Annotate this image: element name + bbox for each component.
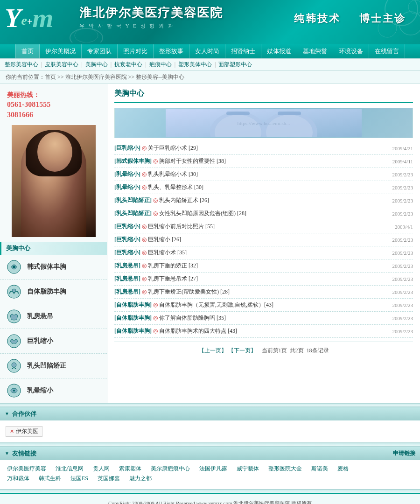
sidebar-menu-item-3[interactable]: 乳房悬吊 xyxy=(0,304,107,329)
header-taglines: 纯韩技术 博士主诊 xyxy=(294,12,406,26)
article-title-3[interactable]: 乳头、乳晕整形术 [30] xyxy=(148,183,387,191)
menu-icon-3 xyxy=(5,307,23,326)
nav-item-stories[interactable]: 整形故事 xyxy=(154,44,189,58)
menu-icon-2 xyxy=(5,282,23,301)
friend-link-6[interactable]: 法国伊凡露 xyxy=(199,465,227,473)
nav-item-experts[interactable]: 专家团队 xyxy=(82,44,118,58)
nav-item-equipment[interactable]: 环境设备 xyxy=(333,44,369,58)
nav-item-message[interactable]: 在线留言 xyxy=(369,44,405,58)
pagination: 【上一页】 【下一页】 当前第1页 共2页 18条记录 xyxy=(114,342,413,359)
article-title-14[interactable]: 自体脂肪丰胸术的四大特点 [43] xyxy=(159,327,387,335)
article-item-13: [自体脂肪丰胸] ◎ 你了解自体脂肪隆胸吗 [35] 2009/2/23 xyxy=(114,312,413,325)
nav-item-overview[interactable]: 伊尔美概况 xyxy=(40,44,82,58)
breadcrumb: 你的当前位置：首页 >> 淮北伊尔美医疗美容医院 >> 整形美容--美胸中心 xyxy=(0,71,420,84)
sidebar-menu-item-2[interactable]: 自体脂肪丰胸 xyxy=(0,280,107,304)
friend-link-12[interactable]: 韩式生科 xyxy=(39,475,61,483)
menu-icon-5 xyxy=(5,357,23,375)
main-layout: 美丽热线： 0561-3081555 3081666 美胸中心 xyxy=(0,84,420,403)
sidebar-menu-item-1[interactable]: 韩式假体丰胸 xyxy=(0,255,107,280)
sub-nav: 整形美容中心 | 皮肤美容中心 | 美胸中心 | 抗衰老中心 | 疤痕中心 | … xyxy=(0,58,420,71)
article-item-10: [乳房悬吊] ◎ 乳房下垂悬吊术 [27] 2009/2/23 xyxy=(114,273,413,286)
main-nav: 首页 伊尔美概况 专家团队 照片对比 整形故事 女人时尚 招贤纳士 媒体报道 基… xyxy=(0,44,420,58)
friend-link-10[interactable]: 麦格 xyxy=(337,465,349,473)
hotline: 美丽热线： 0561-3081555 3081666 xyxy=(0,84,107,123)
partners-section: 合作伙伴 ✕ 伊尔美医 xyxy=(0,407,420,443)
sidebar-person-image xyxy=(12,125,96,237)
sidebar-section-title: 美胸中心 xyxy=(0,242,107,255)
article-title-4[interactable]: 乳头内陷矫正术 [26] xyxy=(159,196,387,204)
subnav-item-1[interactable]: 整形美容中心 xyxy=(5,61,38,69)
subnav-item-5[interactable]: 疤痕中心 xyxy=(149,61,172,69)
footer: CopyRight 2008-2009 All Right Reserved w… xyxy=(0,493,420,504)
friend-link-8[interactable]: 整形医院大全 xyxy=(268,465,302,473)
svg-point-6 xyxy=(13,266,15,268)
article-item-4: [乳头凹陷矫正] ◎ 乳头内陷矫正术 [26] 2009/2/23 xyxy=(114,194,413,207)
svg-point-5 xyxy=(75,28,98,42)
friend-link-13[interactable]: 法国ES xyxy=(70,475,88,483)
article-item-11: [乳房悬吊] ◎ 乳房下垂矫正(帮助爱美女性) [28] 2009/2/23 xyxy=(114,286,413,299)
svg-point-10 xyxy=(13,390,15,392)
nav-item-fashion[interactable]: 女人时尚 xyxy=(189,44,225,58)
sidebar-menu-item-4[interactable]: 巨乳缩小 xyxy=(0,329,107,354)
article-title-12[interactable]: 自体脂肪丰胸（无损害,无刺激,自然,柔软）[43] xyxy=(159,301,387,309)
article-item-12: [自体脂肪丰胸] ◎ 自体脂肪丰胸（无损害,无刺激,自然,柔软）[43] 200… xyxy=(114,299,413,312)
friend-links-body: 伊尔美医疗美容 淮北信息网 贵人网 索康塑体 美尔康疤痕中心 法国伊凡露 威宁裁… xyxy=(0,460,420,489)
article-title-11[interactable]: 乳房下垂矫正(帮助爱美女性) [28] xyxy=(148,288,387,296)
article-title-1[interactable]: 胸部对于女性的重要性 [38] xyxy=(159,157,388,165)
banner-svg xyxy=(166,109,362,137)
friend-link-4[interactable]: 索康塑体 xyxy=(119,465,141,473)
friend-link-11[interactable]: 万和裁体 xyxy=(7,475,29,483)
article-item-2: [乳晕缩小] ◎ 乳头乳晕缩小术 [30] 2009/2/23 xyxy=(114,168,413,181)
subnav-item-2[interactable]: 皮肤美容中心 xyxy=(45,61,78,69)
next-page[interactable]: 【下一页】 xyxy=(228,347,256,354)
article-title-8[interactable]: 巨乳缩小术 [35] xyxy=(148,249,387,257)
subnav-item-4[interactable]: 抗衰老中心 xyxy=(114,61,142,69)
article-title-6[interactable]: 巨乳缩小前后对比照片 [55] xyxy=(148,223,390,231)
article-item-7: [巨乳缩小] ◎ 巨乳缩小 [26] 2009/2/23 xyxy=(114,233,413,246)
article-item-6: [巨乳缩小] ◎ 巨乳缩小前后对比照片 [55] 2009/4/1 xyxy=(114,220,413,233)
nav-item-photos[interactable]: 照片对比 xyxy=(118,44,154,58)
friend-link-9[interactable]: 斯诺美 xyxy=(311,465,328,473)
article-title-0[interactable]: 关于巨乳缩小术 [29] xyxy=(148,144,387,152)
menu-icon-6 xyxy=(5,381,23,400)
article-title-10[interactable]: 乳房下垂悬吊术 [27] xyxy=(148,275,387,283)
partners-body: ✕ 伊尔美医 xyxy=(0,420,420,442)
partners-header: 合作伙伴 xyxy=(0,407,420,420)
partner-remove-icon: ✕ xyxy=(10,428,14,434)
apply-link[interactable]: 申请链接 xyxy=(393,449,415,457)
sidebar-menu-item-6[interactable]: 乳晕缩小 xyxy=(0,378,107,403)
friend-link-3[interactable]: 贵人网 xyxy=(93,465,110,473)
article-item-8: [巨乳缩小] ◎ 巨乳缩小术 [35] 2009/2/23 xyxy=(114,246,413,259)
friend-link-2[interactable]: 淮北信息网 xyxy=(56,465,84,473)
sidebar-menu-item-5[interactable]: 乳头凹陷矫正 xyxy=(0,354,107,378)
svg-rect-17 xyxy=(278,112,301,115)
nav-item-recruit[interactable]: 招贤纳士 xyxy=(225,44,261,58)
article-title-2[interactable]: 乳头乳晕缩小术 [30] xyxy=(148,170,387,178)
article-item-9: [乳房悬吊] ◎ 乳房下垂的矫正 [32] 2009/2/23 xyxy=(114,259,413,273)
nav-item-media[interactable]: 媒体报道 xyxy=(261,44,297,58)
article-title-5[interactable]: 女性乳头凹陷原因及危害(组图) [28] xyxy=(159,210,387,217)
article-title-13[interactable]: 你了解自体脂肪隆胸吗 [35] xyxy=(159,314,387,322)
article-item-1: [韩式假体丰胸] ◎ 胸部对于女性的重要性 [38] 2009/4/11 xyxy=(114,155,413,168)
nav-item-honor[interactable]: 基地荣誉 xyxy=(297,44,333,58)
subnav-item-6[interactable]: 塑形美体中心 xyxy=(178,61,212,69)
article-title-7[interactable]: 巨乳缩小 [26] xyxy=(148,236,387,244)
partner-item-1[interactable]: ✕ 伊尔美医 xyxy=(6,426,42,437)
subnav-item-3[interactable]: 美胸中心 xyxy=(85,61,108,69)
header: Ye+m 淮北伊尔美医疗美容医院 유 박 사 한 국 Y E 성 형 외 과 纯… xyxy=(0,0,420,44)
friend-link-7[interactable]: 威宁裁体 xyxy=(237,465,259,473)
article-title-9[interactable]: 乳房下垂的矫正 [32] xyxy=(148,262,387,270)
friend-link-5[interactable]: 美尔康疤痕中心 xyxy=(151,465,190,473)
friend-link-15[interactable]: 魅力之都 xyxy=(129,475,152,483)
friend-link-1[interactable]: 伊尔美医疗美容 xyxy=(7,465,46,473)
svg-rect-16 xyxy=(226,112,250,115)
prev-page[interactable]: 【上一页】 xyxy=(199,347,227,354)
friend-links-section: 友情链接 申请链接 伊尔美医疗美容 淮北信息网 贵人网 索康塑体 美尔康疤痕中心… xyxy=(0,447,420,490)
friend-links-row-1: 伊尔美医疗美容 淮北信息网 贵人网 索康塑体 美尔康疤痕中心 法国伊凡露 威宁裁… xyxy=(7,465,413,473)
friend-link-14[interactable]: 英国娜嘉 xyxy=(98,475,120,483)
subnav-item-7[interactable]: 面部塑形中心 xyxy=(218,61,252,69)
article-item-3: [乳晕缩小] ◎ 乳头、乳晕整形术 [30] 2009/2/23 xyxy=(114,181,413,194)
nav-item-home[interactable]: 首页 xyxy=(15,44,40,58)
svg-point-8 xyxy=(12,363,16,367)
friend-links-header: 友情链接 申请链接 xyxy=(0,447,420,460)
